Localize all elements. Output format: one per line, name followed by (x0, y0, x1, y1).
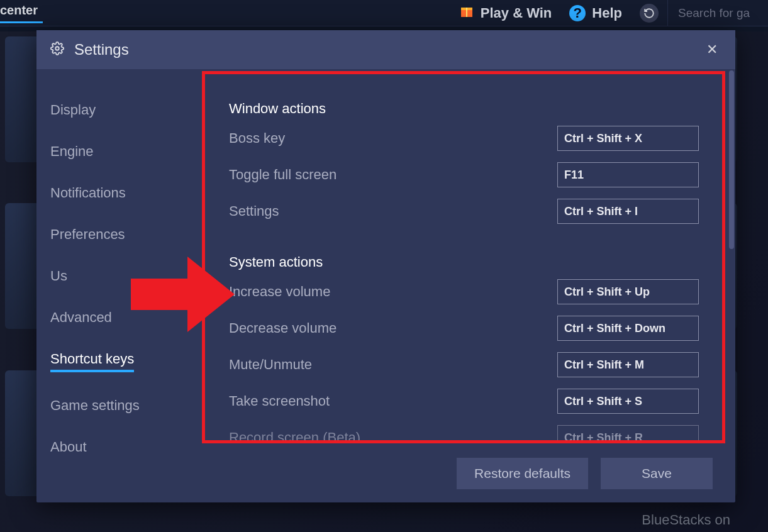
settings-modal: Settings ✕ Display Engine Notifications … (36, 30, 735, 502)
row-decrease-volume: Decrease volume (229, 316, 699, 341)
row-mute-unmute: Mute/Unmute (229, 352, 699, 377)
sidebar-item-shortcut-keys[interactable]: Shortcut keys (50, 351, 134, 372)
row-take-screenshot: Take screenshot (229, 389, 699, 414)
input-mute-unmute[interactable] (557, 352, 699, 377)
section-window-actions: Window actions (229, 101, 699, 117)
content-wrap: Window actions Boss key Toggle full scre… (200, 69, 735, 445)
input-increase-volume[interactable] (557, 279, 699, 304)
help-label: Help (592, 5, 622, 21)
settings-sidebar: Display Engine Notifications Preferences… (36, 69, 200, 445)
row-record-screen: Record screen (Beta) (229, 425, 699, 443)
search-placeholder: Search for ga (678, 6, 750, 20)
row-boss-key: Boss key (229, 126, 699, 151)
sidebar-item-user[interactable]: Us (50, 268, 67, 284)
label-take-screenshot: Take screenshot (229, 393, 330, 409)
label-increase-volume: Increase volume (229, 284, 330, 300)
label-boss-key: Boss key (229, 130, 285, 147)
shortcut-keys-panel: Window actions Boss key Toggle full scre… (200, 69, 728, 443)
reload-button[interactable] (640, 4, 659, 23)
label-decrease-volume: Decrease volume (229, 320, 337, 336)
gift-icon (459, 4, 474, 23)
play-win-button[interactable]: Play & Win (459, 4, 552, 23)
sidebar-item-preferences[interactable]: Preferences (50, 226, 125, 243)
help-button[interactable]: ? Help (569, 5, 622, 21)
search-input[interactable]: Search for ga (667, 0, 768, 26)
label-record-screen: Record screen (Beta) (229, 429, 360, 443)
section-system-actions: System actions (229, 254, 699, 270)
save-button[interactable]: Save (601, 458, 713, 489)
modal-header: Settings ✕ (36, 30, 735, 69)
input-take-screenshot[interactable] (557, 389, 699, 414)
help-icon: ? (569, 5, 586, 21)
sidebar-item-display[interactable]: Display (50, 102, 96, 118)
background-caption: BlueStacks on (642, 512, 730, 528)
input-decrease-volume[interactable] (557, 316, 699, 341)
play-win-label: Play & Win (481, 5, 552, 21)
input-record-screen[interactable] (557, 425, 699, 443)
row-toggle-fullscreen: Toggle full screen (229, 162, 699, 187)
label-toggle-fullscreen: Toggle full screen (229, 167, 337, 183)
row-settings-shortcut: Settings (229, 199, 699, 224)
row-increase-volume: Increase volume (229, 279, 699, 304)
svg-rect-2 (466, 8, 467, 17)
input-toggle-fullscreen[interactable] (557, 162, 699, 187)
label-mute-unmute: Mute/Unmute (229, 357, 312, 373)
app-topbar: center Play & Win ? Help Search for ga (0, 0, 768, 26)
sidebar-item-notifications[interactable]: Notifications (50, 185, 126, 201)
scrollbar[interactable] (729, 70, 734, 249)
restore-defaults-button[interactable]: Restore defaults (457, 458, 588, 489)
modal-footer: Restore defaults Save (36, 445, 735, 502)
tab-center[interactable]: center (0, 3, 43, 23)
sidebar-item-engine[interactable]: Engine (50, 143, 94, 160)
label-settings-shortcut: Settings (229, 203, 279, 219)
modal-title: Settings (74, 41, 129, 58)
input-boss-key[interactable] (557, 126, 699, 151)
close-button[interactable]: ✕ (703, 38, 721, 62)
gear-icon (50, 42, 64, 58)
sidebar-item-advanced[interactable]: Advanced (50, 309, 112, 326)
input-settings-shortcut[interactable] (557, 199, 699, 224)
sidebar-item-game-settings[interactable]: Game settings (50, 397, 140, 414)
svg-point-3 (55, 47, 59, 50)
modal-body: Display Engine Notifications Preferences… (36, 69, 735, 445)
